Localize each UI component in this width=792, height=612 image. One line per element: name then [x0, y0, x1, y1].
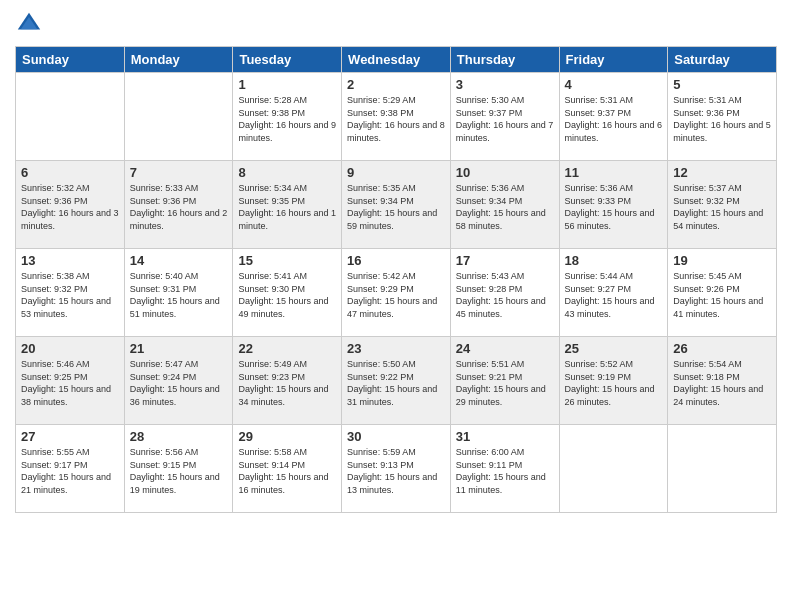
day-header-sunday: Sunday — [16, 47, 125, 73]
day-header-friday: Friday — [559, 47, 668, 73]
day-info: Sunrise: 5:43 AMSunset: 9:28 PMDaylight:… — [456, 270, 554, 320]
day-cell: 18Sunrise: 5:44 AMSunset: 9:27 PMDayligh… — [559, 249, 668, 337]
day-number: 6 — [21, 165, 119, 180]
day-cell: 24Sunrise: 5:51 AMSunset: 9:21 PMDayligh… — [450, 337, 559, 425]
day-cell — [559, 425, 668, 513]
week-row-3: 13Sunrise: 5:38 AMSunset: 9:32 PMDayligh… — [16, 249, 777, 337]
day-cell: 14Sunrise: 5:40 AMSunset: 9:31 PMDayligh… — [124, 249, 233, 337]
day-header-thursday: Thursday — [450, 47, 559, 73]
day-info: Sunrise: 5:31 AMSunset: 9:37 PMDaylight:… — [565, 94, 663, 144]
day-number: 24 — [456, 341, 554, 356]
day-number: 1 — [238, 77, 336, 92]
day-info: Sunrise: 5:40 AMSunset: 9:31 PMDaylight:… — [130, 270, 228, 320]
day-info: Sunrise: 5:32 AMSunset: 9:36 PMDaylight:… — [21, 182, 119, 232]
day-info: Sunrise: 5:31 AMSunset: 9:36 PMDaylight:… — [673, 94, 771, 144]
day-number: 22 — [238, 341, 336, 356]
day-number: 18 — [565, 253, 663, 268]
day-info: Sunrise: 5:42 AMSunset: 9:29 PMDaylight:… — [347, 270, 445, 320]
day-info: Sunrise: 5:51 AMSunset: 9:21 PMDaylight:… — [456, 358, 554, 408]
day-info: Sunrise: 5:45 AMSunset: 9:26 PMDaylight:… — [673, 270, 771, 320]
day-cell: 30Sunrise: 5:59 AMSunset: 9:13 PMDayligh… — [342, 425, 451, 513]
day-info: Sunrise: 5:28 AMSunset: 9:38 PMDaylight:… — [238, 94, 336, 144]
day-number: 8 — [238, 165, 336, 180]
day-number: 26 — [673, 341, 771, 356]
day-header-monday: Monday — [124, 47, 233, 73]
day-number: 23 — [347, 341, 445, 356]
day-number: 3 — [456, 77, 554, 92]
day-cell: 11Sunrise: 5:36 AMSunset: 9:33 PMDayligh… — [559, 161, 668, 249]
day-cell: 17Sunrise: 5:43 AMSunset: 9:28 PMDayligh… — [450, 249, 559, 337]
day-info: Sunrise: 5:56 AMSunset: 9:15 PMDaylight:… — [130, 446, 228, 496]
page: SundayMondayTuesdayWednesdayThursdayFrid… — [0, 0, 792, 612]
day-info: Sunrise: 5:59 AMSunset: 9:13 PMDaylight:… — [347, 446, 445, 496]
header-row: SundayMondayTuesdayWednesdayThursdayFrid… — [16, 47, 777, 73]
day-cell: 25Sunrise: 5:52 AMSunset: 9:19 PMDayligh… — [559, 337, 668, 425]
day-info: Sunrise: 5:50 AMSunset: 9:22 PMDaylight:… — [347, 358, 445, 408]
day-info: Sunrise: 5:46 AMSunset: 9:25 PMDaylight:… — [21, 358, 119, 408]
day-number: 11 — [565, 165, 663, 180]
logo-icon — [15, 10, 43, 38]
day-cell — [16, 73, 125, 161]
day-number: 17 — [456, 253, 554, 268]
day-info: Sunrise: 6:00 AMSunset: 9:11 PMDaylight:… — [456, 446, 554, 496]
day-number: 9 — [347, 165, 445, 180]
day-cell: 12Sunrise: 5:37 AMSunset: 9:32 PMDayligh… — [668, 161, 777, 249]
day-header-wednesday: Wednesday — [342, 47, 451, 73]
day-cell: 21Sunrise: 5:47 AMSunset: 9:24 PMDayligh… — [124, 337, 233, 425]
day-number: 4 — [565, 77, 663, 92]
day-number: 12 — [673, 165, 771, 180]
day-number: 30 — [347, 429, 445, 444]
day-info: Sunrise: 5:41 AMSunset: 9:30 PMDaylight:… — [238, 270, 336, 320]
day-cell: 6Sunrise: 5:32 AMSunset: 9:36 PMDaylight… — [16, 161, 125, 249]
day-info: Sunrise: 5:44 AMSunset: 9:27 PMDaylight:… — [565, 270, 663, 320]
day-header-saturday: Saturday — [668, 47, 777, 73]
day-number: 19 — [673, 253, 771, 268]
day-cell: 10Sunrise: 5:36 AMSunset: 9:34 PMDayligh… — [450, 161, 559, 249]
day-cell: 22Sunrise: 5:49 AMSunset: 9:23 PMDayligh… — [233, 337, 342, 425]
day-info: Sunrise: 5:35 AMSunset: 9:34 PMDaylight:… — [347, 182, 445, 232]
day-cell: 26Sunrise: 5:54 AMSunset: 9:18 PMDayligh… — [668, 337, 777, 425]
day-info: Sunrise: 5:52 AMSunset: 9:19 PMDaylight:… — [565, 358, 663, 408]
day-number: 27 — [21, 429, 119, 444]
day-number: 31 — [456, 429, 554, 444]
day-number: 5 — [673, 77, 771, 92]
day-cell — [668, 425, 777, 513]
day-info: Sunrise: 5:36 AMSunset: 9:34 PMDaylight:… — [456, 182, 554, 232]
day-number: 16 — [347, 253, 445, 268]
day-header-tuesday: Tuesday — [233, 47, 342, 73]
day-number: 10 — [456, 165, 554, 180]
week-row-1: 1Sunrise: 5:28 AMSunset: 9:38 PMDaylight… — [16, 73, 777, 161]
day-number: 15 — [238, 253, 336, 268]
day-number: 21 — [130, 341, 228, 356]
header — [15, 10, 777, 38]
day-cell: 13Sunrise: 5:38 AMSunset: 9:32 PMDayligh… — [16, 249, 125, 337]
day-cell: 28Sunrise: 5:56 AMSunset: 9:15 PMDayligh… — [124, 425, 233, 513]
day-info: Sunrise: 5:33 AMSunset: 9:36 PMDaylight:… — [130, 182, 228, 232]
day-info: Sunrise: 5:29 AMSunset: 9:38 PMDaylight:… — [347, 94, 445, 144]
day-number: 20 — [21, 341, 119, 356]
day-info: Sunrise: 5:58 AMSunset: 9:14 PMDaylight:… — [238, 446, 336, 496]
day-cell: 7Sunrise: 5:33 AMSunset: 9:36 PMDaylight… — [124, 161, 233, 249]
day-cell: 9Sunrise: 5:35 AMSunset: 9:34 PMDaylight… — [342, 161, 451, 249]
day-number: 14 — [130, 253, 228, 268]
day-number: 7 — [130, 165, 228, 180]
day-info: Sunrise: 5:55 AMSunset: 9:17 PMDaylight:… — [21, 446, 119, 496]
day-cell: 20Sunrise: 5:46 AMSunset: 9:25 PMDayligh… — [16, 337, 125, 425]
day-number: 25 — [565, 341, 663, 356]
day-info: Sunrise: 5:47 AMSunset: 9:24 PMDaylight:… — [130, 358, 228, 408]
day-cell: 27Sunrise: 5:55 AMSunset: 9:17 PMDayligh… — [16, 425, 125, 513]
day-cell: 2Sunrise: 5:29 AMSunset: 9:38 PMDaylight… — [342, 73, 451, 161]
day-cell: 3Sunrise: 5:30 AMSunset: 9:37 PMDaylight… — [450, 73, 559, 161]
day-cell: 16Sunrise: 5:42 AMSunset: 9:29 PMDayligh… — [342, 249, 451, 337]
week-row-4: 20Sunrise: 5:46 AMSunset: 9:25 PMDayligh… — [16, 337, 777, 425]
week-row-2: 6Sunrise: 5:32 AMSunset: 9:36 PMDaylight… — [16, 161, 777, 249]
day-info: Sunrise: 5:37 AMSunset: 9:32 PMDaylight:… — [673, 182, 771, 232]
day-number: 2 — [347, 77, 445, 92]
calendar: SundayMondayTuesdayWednesdayThursdayFrid… — [15, 46, 777, 513]
day-info: Sunrise: 5:54 AMSunset: 9:18 PMDaylight:… — [673, 358, 771, 408]
day-cell: 23Sunrise: 5:50 AMSunset: 9:22 PMDayligh… — [342, 337, 451, 425]
day-number: 28 — [130, 429, 228, 444]
day-info: Sunrise: 5:38 AMSunset: 9:32 PMDaylight:… — [21, 270, 119, 320]
day-cell: 29Sunrise: 5:58 AMSunset: 9:14 PMDayligh… — [233, 425, 342, 513]
day-number: 13 — [21, 253, 119, 268]
